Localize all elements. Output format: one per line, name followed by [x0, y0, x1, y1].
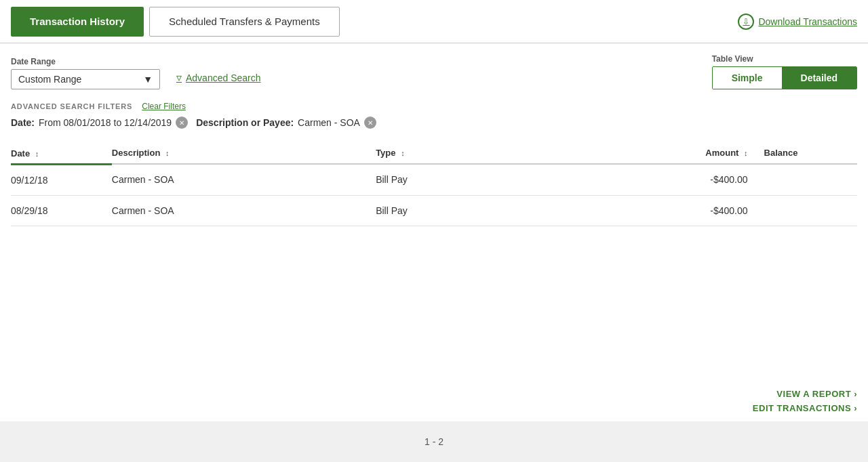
search-filters-title: ADVANCED SEARCH FILTERS: [11, 102, 132, 110]
payee-filter-remove[interactable]: ✕: [364, 117, 376, 129]
date-filter-remove[interactable]: ✕: [176, 117, 188, 129]
cell-amount: -$400.00: [625, 195, 764, 226]
col-header-amount[interactable]: Amount ↕: [625, 142, 764, 164]
cell-type: Bill Pay: [376, 195, 624, 226]
date-range-label: Date Range: [11, 57, 160, 66]
tab-bar: Transaction History Scheduled Transfers …: [0, 0, 868, 43]
cell-description: Carmen - SOA: [112, 164, 376, 195]
edit-transactions-label: EDIT TRANSACTIONS: [753, 403, 851, 413]
filter-icon: ▿: [176, 71, 182, 84]
date-range-value: Custom Range: [18, 74, 81, 85]
date-sort-icon: ↕: [35, 150, 39, 158]
detailed-view-button[interactable]: Detailed: [782, 67, 856, 89]
col-header-date[interactable]: Date ↕: [11, 142, 112, 164]
payee-filter-tag: Description or Payee: Carmen - SOA ✕: [196, 117, 376, 129]
col-amount-label: Amount: [705, 148, 738, 158]
table-section: Date ↕ Description ↕ Type ↕ Amount ↕: [0, 137, 868, 381]
clear-filters-link[interactable]: Clear Filters: [142, 102, 186, 111]
col-header-balance: Balance: [764, 142, 857, 164]
type-sort-icon: ↕: [401, 149, 405, 157]
toggle-group: Simple Detailed: [712, 66, 857, 89]
table-view-group: Table View Simple Detailed: [712, 54, 857, 89]
col-date-label: Date: [11, 148, 30, 159]
action-links: VIEW A REPORT › EDIT TRANSACTIONS ›: [0, 381, 868, 421]
col-balance-label: Balance: [764, 148, 798, 158]
table-row: 09/12/18Carmen - SOABill Pay-$400.00: [11, 164, 857, 195]
tab-transaction-history[interactable]: Transaction History: [11, 7, 144, 37]
date-filter-label: Date:: [11, 117, 35, 128]
edit-transactions-link[interactable]: EDIT TRANSACTIONS ›: [753, 403, 857, 413]
table-header-row: Date ↕ Description ↕ Type ↕ Amount ↕: [11, 142, 857, 164]
filter-tags: Date: From 08/01/2018 to 12/14/2019 ✕ De…: [11, 117, 857, 134]
amount-sort-icon: ↕: [744, 149, 748, 157]
download-transactions-link[interactable]: ⇩ Download Transactions: [738, 14, 857, 30]
transactions-table: Date ↕ Description ↕ Type ↕ Amount ↕: [11, 142, 857, 226]
main-container: Transaction History Scheduled Transfers …: [0, 0, 868, 462]
download-icon: ⇩: [738, 14, 754, 30]
cell-amount: -$400.00: [625, 164, 764, 195]
tab-scheduled-transfers[interactable]: Scheduled Transfers & Payments: [149, 7, 340, 37]
cell-type: Bill Pay: [376, 164, 624, 195]
date-range-group: Date Range Custom Range ▼: [11, 57, 160, 89]
col-desc-label: Description: [112, 148, 161, 158]
col-header-type[interactable]: Type ↕: [376, 142, 624, 164]
edit-transactions-chevron: ›: [854, 403, 857, 413]
advanced-search-button[interactable]: ▿ Advanced Search: [176, 71, 261, 89]
payee-filter-value: Carmen - SOA: [298, 117, 360, 128]
table-body: 09/12/18Carmen - SOABill Pay-$400.0008/2…: [11, 164, 857, 226]
chevron-down-icon: ▼: [143, 74, 153, 85]
view-report-link[interactable]: VIEW A REPORT ›: [776, 389, 857, 399]
filter-row: Date Range Custom Range ▼ ▿ Advanced Sea…: [0, 43, 868, 95]
col-type-label: Type: [376, 148, 395, 158]
pagination-label: 1 - 2: [425, 436, 443, 447]
advanced-search-label: Advanced Search: [186, 72, 261, 83]
date-filter-tag: Date: From 08/01/2018 to 12/14/2019 ✕: [11, 117, 188, 129]
cell-description: Carmen - SOA: [112, 195, 376, 226]
view-report-chevron: ›: [854, 389, 857, 399]
view-report-label: VIEW A REPORT: [776, 389, 851, 399]
table-view-label: Table View: [712, 54, 753, 64]
cell-date: 08/29/18: [11, 195, 112, 226]
date-range-select[interactable]: Custom Range ▼: [11, 69, 160, 89]
cell-balance: [764, 195, 857, 226]
download-label: Download Transactions: [758, 16, 857, 27]
pagination-footer: 1 - 2: [0, 421, 868, 462]
cell-balance: [764, 164, 857, 195]
table-row: 08/29/18Carmen - SOABill Pay-$400.00: [11, 195, 857, 226]
cell-date: 09/12/18: [11, 164, 112, 195]
date-filter-value: From 08/01/2018 to 12/14/2019: [39, 117, 172, 128]
search-filters-section: ADVANCED SEARCH FILTERS Clear Filters Da…: [0, 95, 868, 137]
col-header-description[interactable]: Description ↕: [112, 142, 376, 164]
desc-sort-icon: ↕: [165, 149, 170, 157]
payee-filter-label: Description or Payee:: [196, 117, 294, 128]
simple-view-button[interactable]: Simple: [713, 67, 782, 89]
